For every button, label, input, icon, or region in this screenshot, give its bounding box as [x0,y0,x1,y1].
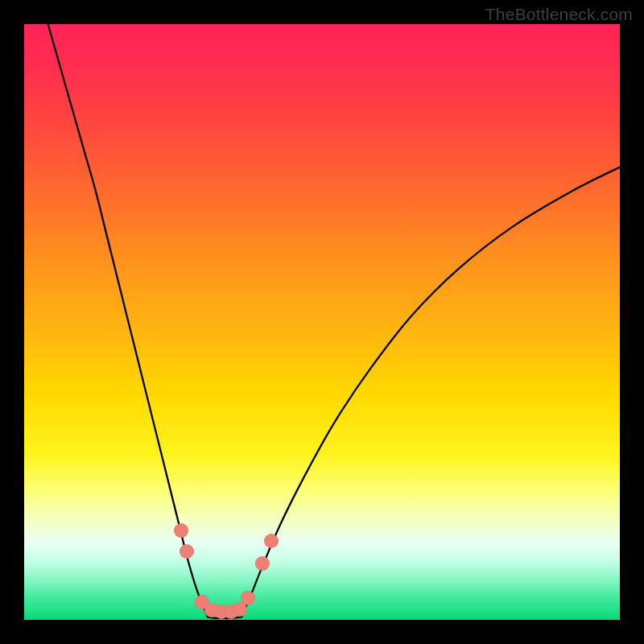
chart-frame: TheBottleneck.com [0,0,644,644]
curve-canvas [24,24,620,620]
watermark-label: TheBottleneck.com [485,5,633,24]
marker-bead [255,556,270,571]
plot-area [24,24,620,620]
marker-bead [241,591,255,605]
marker-bead [264,534,279,548]
curve-right-branch [242,167,620,617]
marker-bead [174,523,188,538]
marker-bead [180,544,194,559]
